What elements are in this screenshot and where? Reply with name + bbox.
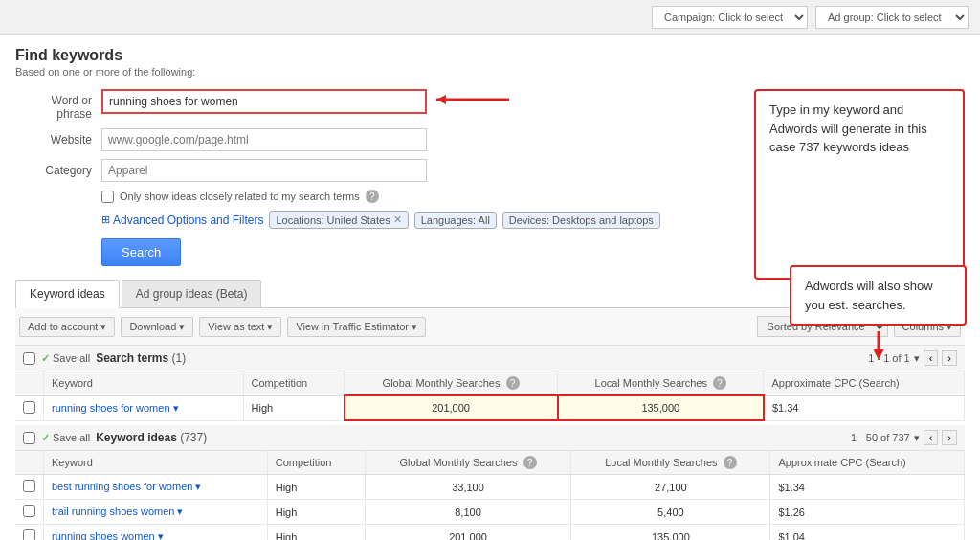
th-local-monthly: Local Monthly Searches ? — [558, 371, 764, 395]
website-row: Website — [15, 128, 725, 151]
cpc-cell: $1.26 — [770, 500, 965, 525]
view-as-text-btn[interactable]: View as text ▾ — [199, 317, 281, 337]
related-terms-checkbox[interactable] — [101, 191, 114, 203]
th-cpc2: Approximate CPC (Search) — [770, 451, 965, 475]
keyword-ideas-pagination: 1 - 50 of 737 ▾ ‹ › — [851, 430, 957, 445]
download-btn[interactable]: Download ▾ — [121, 317, 193, 337]
global-monthly-help2[interactable]: ? — [523, 456, 537, 469]
tab-adgroup-ideas[interactable]: Ad group ideas (Beta) — [122, 280, 262, 307]
tab-keyword-ideas[interactable]: Keyword ideas — [15, 280, 120, 308]
keyword-ideas-title: Keyword ideas (737) — [96, 431, 207, 444]
dropdown-arrow-icon3: ▾ — [267, 321, 273, 333]
search-terms-section-checkbox[interactable] — [23, 352, 35, 365]
local-monthly-cell: 27,100 — [571, 475, 770, 500]
word-phrase-input[interactable] — [101, 89, 427, 114]
location-filter-close[interactable]: ✕ — [393, 214, 402, 226]
word-phrase-row: Word or phrase — [15, 89, 725, 121]
help-icon[interactable]: ? — [366, 190, 379, 203]
keyword-ideas-section-checkbox[interactable] — [23, 432, 35, 444]
campaign-select[interactable]: Campaign: Click to select — [652, 6, 808, 29]
keyword-dropdown[interactable]: ▾ — [158, 530, 164, 540]
local-monthly-help2[interactable]: ? — [724, 456, 737, 469]
search-terms-count: (1) — [172, 351, 187, 365]
svg-marker-1 — [436, 95, 446, 104]
keyword-link[interactable]: best running shoes for women — [52, 481, 192, 492]
keyword-ideas-count: (737) — [180, 431, 207, 444]
devices-filter-tag[interactable]: Devices: Desktops and laptops — [502, 212, 660, 229]
main-container: Find keywords Based on one or more of th… — [0, 35, 980, 540]
keyword-link[interactable]: running shoes women — [52, 530, 155, 540]
th-global-monthly2: Global Monthly Searches ? — [365, 451, 571, 475]
search-terms-title: Search terms (1) — [96, 351, 186, 365]
add-to-account-btn[interactable]: Add to account ▾ — [19, 317, 115, 337]
form-section: Word or phrase Website Category — [15, 89, 965, 280]
row-checkbox-cell — [15, 500, 44, 525]
table-row: best running shoes for women ▾ High 33,1… — [15, 475, 965, 500]
keyword-ideas-section-header: ✓ Save all Keyword ideas (737) 1 - 50 of… — [15, 425, 965, 451]
th-local-monthly2: Local Monthly Searches ? — [571, 451, 770, 475]
category-row: Category — [15, 159, 725, 182]
form-left: Word or phrase Website Category — [15, 89, 725, 280]
dropdown-arrow-icon: ▾ — [100, 321, 106, 333]
keyword-dropdown[interactable]: ▾ — [173, 402, 179, 414]
keyword-link[interactable]: trail running shoes women — [52, 506, 174, 517]
row-checkbox-cell — [15, 525, 44, 541]
dropdown-arrow-icon4: ▾ — [412, 321, 417, 333]
table-row: trail running shoes women ▾ High 8,100 5… — [15, 500, 965, 525]
row-checkbox[interactable] — [23, 505, 35, 517]
next-page-btn2[interactable]: › — [942, 430, 957, 445]
th-keyword2: Keyword — [44, 451, 268, 475]
global-monthly-cell: 8,100 — [365, 500, 571, 525]
table-row: running shoes women ▾ High 201,000 135,0… — [15, 525, 965, 541]
category-label: Category — [15, 159, 101, 177]
adgroup-select[interactable]: Ad group: Click to select — [815, 6, 969, 29]
keyword-dropdown[interactable]: ▾ — [195, 481, 201, 492]
category-input[interactable] — [101, 159, 427, 182]
tabs-left: Keyword ideas Ad group ideas (Beta) — [15, 280, 263, 307]
th-competition2: Competition — [267, 451, 365, 475]
search-terms-table: Keyword Competition Global Monthly Searc… — [15, 371, 965, 421]
checkbox-row: Only show ideas closely related to my se… — [101, 190, 725, 203]
save-all-keyword-ideas[interactable]: ✓ Save all — [41, 432, 90, 444]
keyword-link[interactable]: running shoes for women — [52, 402, 170, 414]
arrow-annotation — [433, 91, 519, 108]
search-button[interactable]: Search — [101, 238, 181, 266]
keyword-dropdown[interactable]: ▾ — [177, 506, 183, 517]
advanced-options-link[interactable]: ⊞ Advanced Options and Filters — [101, 214, 263, 227]
global-monthly-cell: 201,000 — [345, 395, 558, 420]
th-cpc: Approximate CPC (Search) — [764, 371, 965, 395]
row-checkbox-cell — [15, 395, 44, 420]
local-monthly-help[interactable]: ? — [713, 376, 726, 390]
check-icon: ✓ — [41, 352, 50, 365]
dropdown-arrow-icon2: ▾ — [179, 321, 185, 333]
th-keyword: Keyword — [44, 371, 244, 395]
languages-filter-tag[interactable]: Languages: All — [414, 212, 497, 229]
top-bar: Campaign: Click to select Ad group: Clic… — [0, 0, 980, 35]
competition-cell: High — [243, 395, 345, 420]
prev-page-btn2[interactable]: ‹ — [924, 430, 939, 445]
global-monthly-cell: 33,100 — [365, 475, 571, 500]
annotation-box-2: Adwords will also show you est. searches… — [790, 265, 967, 326]
keyword-cell: trail running shoes women ▾ — [44, 500, 268, 525]
th-checkbox — [15, 371, 44, 395]
row-checkbox[interactable] — [23, 401, 35, 414]
keyword-cell: running shoes for women ▾ — [44, 395, 244, 420]
global-monthly-cell: 201,000 — [365, 525, 571, 541]
svg-marker-3 — [873, 349, 884, 360]
annotation-box-1: Type in my keyword and Adwords will gene… — [754, 89, 965, 280]
search-btn-row: Search — [101, 238, 725, 266]
website-input[interactable] — [101, 128, 427, 151]
row-checkbox[interactable] — [23, 529, 35, 540]
page-subtitle: Based on one or more of the following: — [15, 66, 965, 78]
view-traffic-btn[interactable]: View in Traffic Estimator ▾ — [287, 317, 426, 337]
save-all-search-terms[interactable]: ✓ Save all — [41, 352, 90, 365]
competition-cell: High — [267, 500, 365, 525]
checkbox-label: Only show ideas closely related to my se… — [120, 191, 360, 202]
row-checkbox[interactable] — [23, 480, 35, 492]
global-monthly-help[interactable]: ? — [506, 376, 520, 390]
cpc-cell: $1.04 — [770, 525, 965, 541]
location-filter-tag[interactable]: Locations: United States ✕ — [269, 211, 408, 229]
advanced-options-row: ⊞ Advanced Options and Filters Locations… — [101, 211, 725, 229]
pagination-dropdown2[interactable]: ▾ — [914, 432, 920, 444]
th-competition: Competition — [243, 371, 345, 395]
